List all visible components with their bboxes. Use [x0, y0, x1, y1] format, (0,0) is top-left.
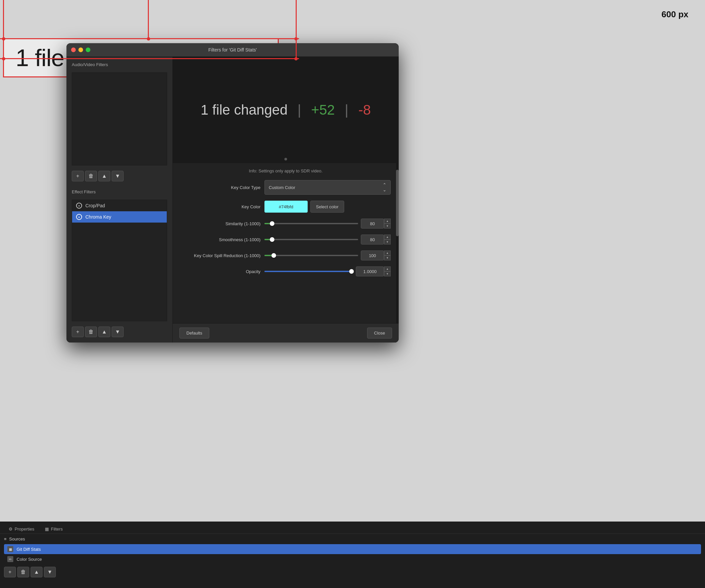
key-color-type-control: Custom Color ⌃⌄: [265, 180, 391, 195]
guide-line-bottom: [0, 58, 299, 59]
similarity-spinner: ▲ ▼: [384, 218, 391, 229]
corner-marker-tr: [294, 37, 298, 41]
tab-filters[interactable]: ▦ Filters: [40, 525, 67, 534]
spill-value-group: 100 ▲ ▼: [361, 250, 391, 260]
move-up-effect-filter-button[interactable]: ▲: [98, 327, 110, 337]
close-button[interactable]: Close: [367, 328, 392, 339]
opacity-input[interactable]: 1.0000: [356, 266, 384, 277]
source-name-git-diff-stats: Git Diff Stats: [16, 547, 41, 552]
obs-taskbar: ⚙ Properties ▦ Filters ≡ Sources ▦ Git D…: [0, 522, 705, 588]
filter-icon-chroma-key: ●: [76, 214, 82, 220]
filter-item-chroma-key[interactable]: ● Chroma Key: [72, 211, 167, 223]
source-icon-color-source: ✏: [7, 556, 13, 562]
smoothness-input[interactable]: 80: [361, 235, 384, 245]
defaults-button[interactable]: Defaults: [179, 328, 209, 339]
spill-up-button[interactable]: ▲: [384, 250, 391, 255]
remove-audio-filter-button[interactable]: 🗑: [85, 171, 97, 181]
opacity-thumb[interactable]: [349, 269, 354, 274]
similarity-slider[interactable]: [265, 223, 358, 224]
move-down-audio-filter-button[interactable]: ▼: [112, 171, 124, 181]
key-color-type-dropdown[interactable]: Custom Color ⌃⌄: [265, 180, 391, 195]
key-color-control: #74fbfd Select color: [265, 201, 391, 212]
move-source-down-button[interactable]: ▼: [44, 567, 56, 577]
guide-line-left: [3, 0, 4, 58]
remove-effect-filter-button[interactable]: 🗑: [85, 327, 97, 337]
key-color-type-row: Key Color Type Custom Color ⌃⌄: [181, 180, 391, 195]
spill-label: Key Color Spill Reduction (1-1000): [181, 253, 261, 258]
add-source-button[interactable]: +: [4, 567, 16, 577]
left-panel: Audio/Video Filters + 🗑 ▲ ▼ Effect Filte…: [66, 57, 173, 343]
px-label: 600 px: [661, 9, 689, 19]
preview-sep2: |: [345, 102, 348, 118]
spill-spinner: ▲ ▼: [384, 250, 391, 260]
window-controls: [71, 48, 90, 52]
opacity-spinner: ▲ ▼: [384, 266, 391, 277]
smoothness-thumb[interactable]: [270, 237, 274, 242]
corner-marker-tm: [147, 37, 150, 41]
source-item-git-diff-stats[interactable]: ▦ Git Diff Stats: [4, 544, 701, 554]
filter-name-crop-pad: Crop/Pad: [85, 203, 105, 208]
sources-toolbar: + 🗑 ▲ ▼: [4, 567, 701, 577]
opacity-fill: [265, 271, 351, 272]
source-icon-git-diff-stats: ▦: [7, 546, 13, 552]
add-effect-filter-button[interactable]: +: [72, 327, 84, 337]
settings-scrollbar[interactable]: [396, 163, 399, 323]
add-audio-filter-button[interactable]: +: [72, 171, 84, 181]
preview-changed-text: 1 file changed: [201, 102, 288, 118]
maximize-window-button[interactable]: [86, 48, 90, 52]
effect-filters-label: Effect Filters: [72, 189, 167, 194]
window-title: Filters for 'Git Diff Stats': [208, 47, 257, 52]
obs-titlebar: Filters for 'Git Diff Stats': [66, 43, 399, 57]
tab-properties[interactable]: ⚙ Properties: [4, 525, 39, 534]
obs-actions: Defaults Close: [173, 323, 399, 343]
move-up-audio-filter-button[interactable]: ▲: [98, 171, 110, 181]
opacity-down-button[interactable]: ▼: [384, 272, 391, 277]
corner-marker-tl: [2, 37, 5, 41]
move-down-effect-filter-button[interactable]: ▼: [112, 327, 124, 337]
properties-tab-label: Properties: [15, 527, 34, 532]
similarity-thumb[interactable]: [270, 221, 274, 226]
move-source-up-button[interactable]: ▲: [31, 567, 43, 577]
spill-thumb[interactable]: [272, 253, 276, 258]
similarity-control: 80 ▲ ▼: [265, 218, 391, 229]
minimize-window-button[interactable]: [79, 48, 83, 52]
dropdown-arrow-icon: ⌃⌄: [383, 182, 386, 192]
opacity-slider[interactable]: [265, 271, 353, 272]
key-color-type-label: Key Color Type: [181, 185, 261, 190]
smoothness-control: 80 ▲ ▼: [265, 235, 391, 245]
spill-down-button[interactable]: ▼: [384, 255, 391, 260]
smoothness-row: Smoothness (1-1000) 80 ▲ ▼: [181, 235, 391, 245]
select-color-button[interactable]: Select color: [310, 201, 344, 212]
scrollbar-thumb[interactable]: [396, 170, 399, 236]
similarity-input[interactable]: 80: [361, 218, 384, 229]
opacity-up-button[interactable]: ▲: [384, 266, 391, 272]
obs-window-content: Audio/Video Filters + 🗑 ▲ ▼ Effect Filte…: [66, 57, 399, 343]
right-panel: 1 file changed | +52 | -8 Info: Settings…: [173, 57, 399, 343]
filter-item-crop-pad[interactable]: ● Crop/Pad: [72, 200, 167, 211]
source-item-color-source[interactable]: ✏ Color Source: [4, 554, 701, 564]
similarity-down-button[interactable]: ▼: [384, 224, 391, 229]
properties-icon: ⚙: [9, 527, 13, 532]
sources-icon: ≡: [4, 537, 7, 541]
smoothness-down-button[interactable]: ▼: [384, 240, 391, 245]
settings-area: Info: Settings only apply to SDR video. …: [173, 163, 399, 323]
corner-marker-bl: [2, 57, 5, 60]
opacity-label: Opacity: [181, 269, 261, 274]
filter-name-chroma-key: Chroma Key: [85, 214, 111, 219]
smoothness-slider[interactable]: [265, 239, 358, 240]
similarity-up-button[interactable]: ▲: [384, 218, 391, 224]
remove-source-button[interactable]: 🗑: [17, 567, 29, 577]
opacity-row: Opacity 1.0000 ▲ ▼: [181, 266, 391, 277]
key-color-label: Key Color: [181, 204, 261, 209]
opacity-control: 1.0000 ▲ ▼: [265, 266, 391, 277]
preview-sep1: |: [298, 102, 301, 118]
effect-filter-toolbar: + 🗑 ▲ ▼: [72, 327, 167, 337]
spill-slider[interactable]: [265, 255, 358, 256]
audio-video-label: Audio/Video Filters: [72, 62, 167, 67]
spill-control: 100 ▲ ▼: [265, 250, 391, 260]
spill-input[interactable]: 100: [361, 250, 384, 260]
key-color-swatch[interactable]: #74fbfd: [265, 201, 308, 212]
smoothness-up-button[interactable]: ▲: [384, 235, 391, 240]
close-window-button[interactable]: [71, 48, 76, 52]
audio-video-toolbar: + 🗑 ▲ ▼: [72, 171, 167, 181]
